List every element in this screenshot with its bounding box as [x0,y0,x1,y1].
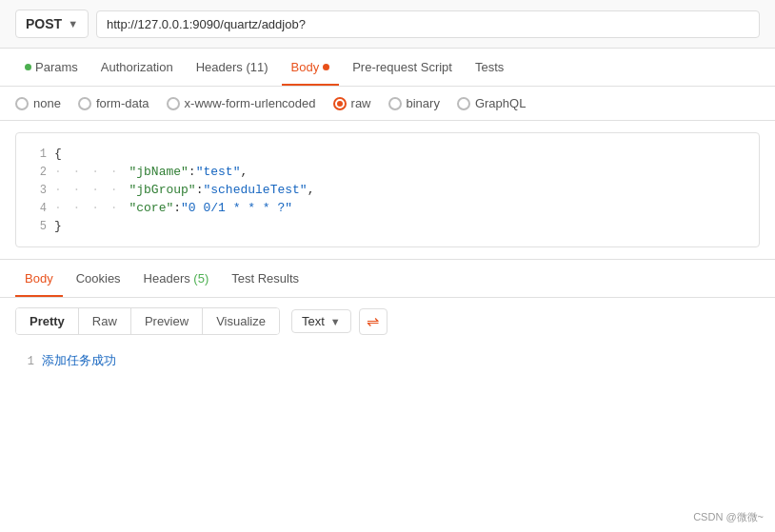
radio-binary-circle [388,97,402,110]
code-editor[interactable]: 1 { 2 · · · · "jbName":"test", 3 · · · ·… [15,132,760,247]
url-bar: POST ▼ [0,0,775,49]
response-body: 1 添加任务成功 [0,345,775,377]
code-line-4: 4 · · · · "core":"0 0/1 * * * ?" [16,199,759,217]
format-visualize-button[interactable]: Visualize [203,308,279,334]
wrap-button[interactable]: ⇌ [359,308,388,335]
resp-tab-body[interactable]: Body [15,260,63,297]
resp-toolbar: Pretty Raw Preview Visualize Text ▼ ⇌ [0,298,775,345]
tab-authorization[interactable]: Authorization [91,49,183,86]
radio-urlencoded[interactable]: x-www-form-urlencoded [167,96,316,110]
radio-form-data[interactable]: form-data [78,96,149,110]
radio-graphql-circle [457,97,470,110]
tab-body-label: Body [291,60,320,74]
radio-none[interactable]: none [15,96,61,110]
resp-tab-test-results[interactable]: Test Results [222,260,308,297]
request-tabs: Params Authorization Headers (11) Body P… [0,49,775,87]
radio-urlencoded-circle [167,97,180,110]
code-line-2: 2 · · · · "jbName":"test", [16,163,759,181]
resp-tab-body-label: Body [25,271,53,286]
code-line-1: 1 { [16,145,759,163]
tab-prerequest[interactable]: Pre-request Script [343,49,462,86]
tab-tests[interactable]: Tests [466,49,513,86]
code-line-3: 3 · · · · "jbGroup":"scheduleTest", [16,181,759,199]
text-type-label: Text [302,314,325,328]
resp-tab-cookies[interactable]: Cookies [67,260,130,297]
radio-none-label: none [33,96,61,110]
response-section: Body Cookies Headers (5) Test Results Pr… [0,259,775,377]
tab-params-label: Params [35,60,78,74]
response-tabs: Body Cookies Headers (5) Test Results [0,260,775,298]
resp-tab-headers[interactable]: Headers (5) [134,260,219,297]
radio-form-data-label: form-data [96,96,149,110]
tab-tests-label: Tests [475,60,504,74]
radio-binary-label: binary [407,96,440,110]
body-dot [323,64,329,70]
code-line-5: 5 } [16,217,759,235]
wrap-icon: ⇌ [367,312,379,330]
resp-text-1: 添加任务成功 [42,352,116,369]
radio-urlencoded-label: x-www-form-urlencoded [185,96,316,110]
text-type-select[interactable]: Text ▼ [291,309,351,333]
tab-params[interactable]: Params [15,49,88,86]
resp-tab-cookies-label: Cookies [76,271,121,286]
radio-graphql-label: GraphQL [475,96,526,110]
tab-headers-label: Headers (11) [196,60,268,74]
radio-raw-label: raw [351,96,371,110]
radio-raw[interactable]: raw [333,96,371,110]
radio-graphql[interactable]: GraphQL [457,96,526,110]
tab-authorization-label: Authorization [101,60,173,74]
format-pretty-button[interactable]: Pretty [16,308,79,334]
radio-binary[interactable]: binary [388,96,440,110]
tab-prerequest-label: Pre-request Script [352,60,452,74]
body-type-row: none form-data x-www-form-urlencoded raw… [0,87,775,121]
tab-headers[interactable]: Headers (11) [187,49,278,86]
text-type-chevron-icon: ▼ [330,316,341,327]
radio-raw-circle [333,97,347,110]
params-dot [25,64,31,70]
url-input[interactable] [96,10,760,38]
radio-none-circle [15,97,29,110]
format-raw-button[interactable]: Raw [79,308,131,334]
method-chevron-icon: ▼ [68,18,78,30]
method-dropdown[interactable]: POST ▼ [15,10,89,38]
resp-tab-test-results-label: Test Results [231,271,299,286]
tab-body[interactable]: Body [282,49,340,86]
method-label: POST [26,16,62,31]
resp-line-1: 1 添加任务成功 [15,352,760,369]
format-btn-group: Pretty Raw Preview Visualize [15,307,280,335]
radio-form-data-circle [78,97,91,110]
resp-tab-headers-label: Headers (5) [144,271,209,286]
format-preview-button[interactable]: Preview [131,308,203,334]
